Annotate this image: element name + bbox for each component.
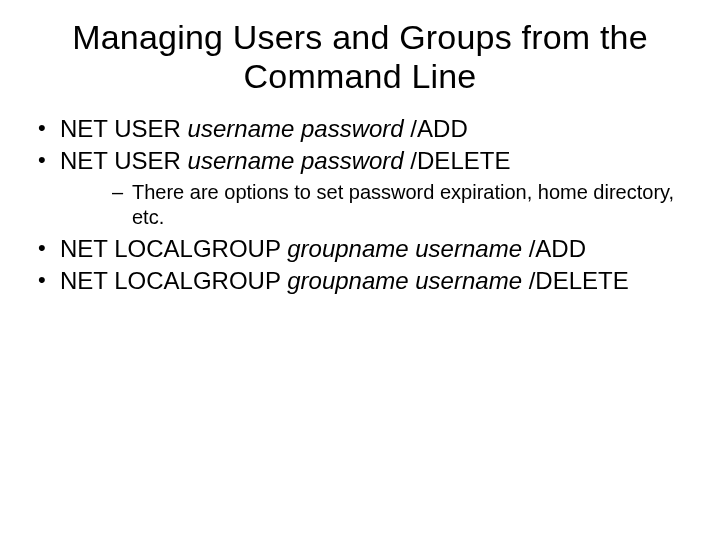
bullet-item: NET USER username password /DELETE There… [20,146,700,230]
bullet-item: NET USER username password /ADD [20,114,700,144]
bullet-text-italic: groupname username [287,235,522,262]
sub-bullet-list: There are options to set password expira… [60,180,700,230]
bullet-text-prefix: NET LOCALGROUP [60,235,287,262]
bullet-text-suffix: /ADD [522,235,586,262]
sub-bullet-item: There are options to set password expira… [60,180,700,230]
bullet-item: NET LOCALGROUP groupname username /ADD [20,234,700,264]
slide-title: Managing Users and Groups from the Comma… [20,18,700,96]
bullet-text-italic: groupname username [287,267,522,294]
bullet-text-prefix: NET USER [60,147,188,174]
sub-bullet-text: There are options to set password expira… [132,181,674,228]
bullet-text-prefix: NET USER [60,115,188,142]
bullet-text-suffix: /DELETE [404,147,511,174]
bullet-text-italic: username password [188,115,404,142]
bullet-text-suffix: /DELETE [522,267,629,294]
bullet-list: NET USER username password /ADD NET USER… [20,114,700,296]
bullet-text-prefix: NET LOCALGROUP [60,267,287,294]
slide: Managing Users and Groups from the Comma… [0,0,720,540]
bullet-text-suffix: /ADD [404,115,468,142]
bullet-item: NET LOCALGROUP groupname username /DELET… [20,266,700,296]
bullet-text-italic: username password [188,147,404,174]
